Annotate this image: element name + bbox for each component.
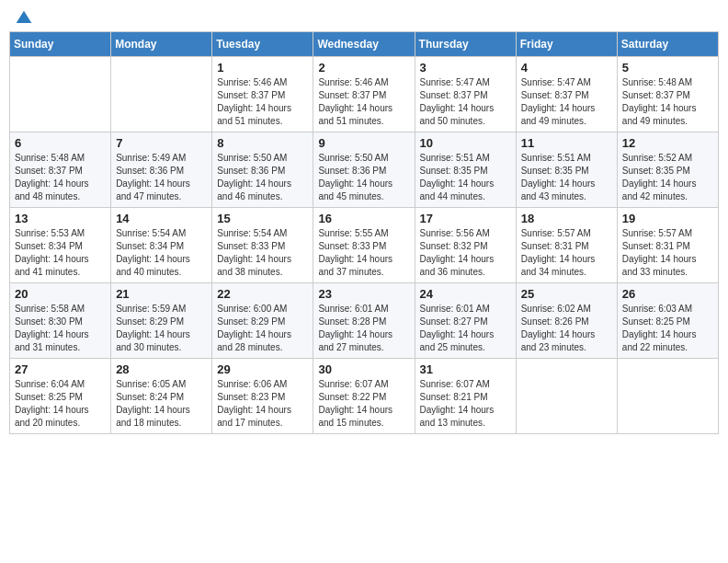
calendar-cell xyxy=(617,359,718,434)
day-number: 17 xyxy=(420,212,511,225)
calendar-cell: 5Sunrise: 5:48 AMSunset: 8:37 PMDaylight… xyxy=(617,57,718,132)
calendar-cell: 4Sunrise: 5:47 AMSunset: 8:37 PMDaylight… xyxy=(516,57,617,132)
day-info: Sunrise: 6:05 AMSunset: 8:24 PMDaylight:… xyxy=(116,378,207,430)
day-number: 24 xyxy=(420,287,511,301)
calendar-week-2: 6Sunrise: 5:48 AMSunset: 8:37 PMDaylight… xyxy=(10,132,719,208)
day-info: Sunrise: 5:55 AMSunset: 8:33 PMDaylight:… xyxy=(318,227,409,279)
calendar-cell: 6Sunrise: 5:48 AMSunset: 8:37 PMDaylight… xyxy=(10,132,111,208)
calendar-cell: 21Sunrise: 5:59 AMSunset: 8:29 PMDayligh… xyxy=(111,283,212,359)
svg-marker-0 xyxy=(17,11,32,23)
day-number: 4 xyxy=(521,61,612,75)
day-number: 29 xyxy=(217,362,308,376)
calendar-week-3: 13Sunrise: 5:53 AMSunset: 8:34 PMDayligh… xyxy=(10,208,719,283)
calendar-cell: 3Sunrise: 5:47 AMSunset: 8:37 PMDaylight… xyxy=(415,57,516,132)
day-info: Sunrise: 5:54 AMSunset: 8:33 PMDaylight:… xyxy=(217,227,308,279)
calendar-cell: 9Sunrise: 5:50 AMSunset: 8:36 PMDaylight… xyxy=(313,132,415,208)
day-info: Sunrise: 5:58 AMSunset: 8:30 PMDaylight:… xyxy=(15,303,106,354)
day-info: Sunrise: 5:50 AMSunset: 8:36 PMDaylight:… xyxy=(217,152,308,203)
day-info: Sunrise: 5:51 AMSunset: 8:35 PMDaylight:… xyxy=(521,152,612,203)
day-info: Sunrise: 5:59 AMSunset: 8:29 PMDaylight:… xyxy=(116,303,207,354)
calendar-cell: 13Sunrise: 5:53 AMSunset: 8:34 PMDayligh… xyxy=(10,208,111,283)
day-number: 15 xyxy=(217,212,308,225)
day-number: 31 xyxy=(420,362,511,376)
calendar-cell: 17Sunrise: 5:56 AMSunset: 8:32 PMDayligh… xyxy=(415,208,516,283)
calendar-table: SundayMondayTuesdayWednesdayThursdayFrid… xyxy=(9,31,719,434)
day-info: Sunrise: 5:48 AMSunset: 8:37 PMDaylight:… xyxy=(622,76,713,128)
calendar-cell: 26Sunrise: 6:03 AMSunset: 8:25 PMDayligh… xyxy=(617,283,718,359)
calendar-header-row: SundayMondayTuesdayWednesdayThursdayFrid… xyxy=(10,32,719,57)
calendar-header-sunday: Sunday xyxy=(10,32,111,57)
day-number: 20 xyxy=(15,287,106,301)
day-number: 3 xyxy=(420,61,511,75)
logo xyxy=(13,9,33,24)
day-number: 5 xyxy=(622,61,713,75)
day-info: Sunrise: 5:46 AMSunset: 8:37 PMDaylight:… xyxy=(318,76,409,128)
day-info: Sunrise: 5:52 AMSunset: 8:35 PMDaylight:… xyxy=(622,152,713,203)
calendar-cell: 18Sunrise: 5:57 AMSunset: 8:31 PMDayligh… xyxy=(516,208,617,283)
calendar-cell: 31Sunrise: 6:07 AMSunset: 8:21 PMDayligh… xyxy=(415,359,516,434)
calendar-header-wednesday: Wednesday xyxy=(313,32,415,57)
calendar-week-4: 20Sunrise: 5:58 AMSunset: 8:30 PMDayligh… xyxy=(10,283,719,359)
day-number: 2 xyxy=(318,61,409,75)
calendar-cell xyxy=(10,57,111,132)
calendar-cell: 7Sunrise: 5:49 AMSunset: 8:36 PMDaylight… xyxy=(111,132,212,208)
day-info: Sunrise: 5:47 AMSunset: 8:37 PMDaylight:… xyxy=(521,76,612,128)
calendar-cell: 12Sunrise: 5:52 AMSunset: 8:35 PMDayligh… xyxy=(617,132,718,208)
day-number: 19 xyxy=(622,212,713,225)
day-number: 27 xyxy=(15,362,106,376)
day-number: 12 xyxy=(622,136,713,150)
day-number: 11 xyxy=(521,136,612,150)
calendar-cell: 24Sunrise: 6:01 AMSunset: 8:27 PMDayligh… xyxy=(415,283,516,359)
day-info: Sunrise: 6:01 AMSunset: 8:27 PMDaylight:… xyxy=(420,303,511,354)
day-number: 10 xyxy=(420,136,511,150)
calendar-cell: 1Sunrise: 5:46 AMSunset: 8:37 PMDaylight… xyxy=(212,57,313,132)
calendar-cell: 8Sunrise: 5:50 AMSunset: 8:36 PMDaylight… xyxy=(212,132,313,208)
day-info: Sunrise: 6:02 AMSunset: 8:26 PMDaylight:… xyxy=(521,303,612,354)
day-number: 1 xyxy=(217,61,308,75)
day-info: Sunrise: 5:54 AMSunset: 8:34 PMDaylight:… xyxy=(116,227,207,279)
day-number: 22 xyxy=(217,287,308,301)
calendar-week-5: 27Sunrise: 6:04 AMSunset: 8:25 PMDayligh… xyxy=(10,359,719,434)
page-header xyxy=(9,9,719,24)
calendar-cell xyxy=(516,359,617,434)
day-number: 13 xyxy=(15,212,106,225)
day-number: 7 xyxy=(116,136,207,150)
day-info: Sunrise: 5:56 AMSunset: 8:32 PMDaylight:… xyxy=(420,227,511,279)
calendar-cell xyxy=(111,57,212,132)
day-number: 18 xyxy=(521,212,612,225)
day-info: Sunrise: 5:49 AMSunset: 8:36 PMDaylight:… xyxy=(116,152,207,203)
day-info: Sunrise: 5:50 AMSunset: 8:36 PMDaylight:… xyxy=(318,152,409,203)
day-number: 28 xyxy=(116,362,207,376)
calendar-header-thursday: Thursday xyxy=(415,32,516,57)
day-info: Sunrise: 5:46 AMSunset: 8:37 PMDaylight:… xyxy=(217,76,308,128)
calendar-cell: 19Sunrise: 5:57 AMSunset: 8:31 PMDayligh… xyxy=(617,208,718,283)
day-info: Sunrise: 6:07 AMSunset: 8:21 PMDaylight:… xyxy=(420,378,511,430)
day-info: Sunrise: 6:01 AMSunset: 8:28 PMDaylight:… xyxy=(318,303,409,354)
calendar-cell: 15Sunrise: 5:54 AMSunset: 8:33 PMDayligh… xyxy=(212,208,313,283)
calendar-cell: 23Sunrise: 6:01 AMSunset: 8:28 PMDayligh… xyxy=(313,283,415,359)
calendar-header-saturday: Saturday xyxy=(617,32,718,57)
calendar-header-friday: Friday xyxy=(516,32,617,57)
calendar-cell: 30Sunrise: 6:07 AMSunset: 8:22 PMDayligh… xyxy=(313,359,415,434)
logo-icon xyxy=(15,9,33,28)
day-number: 23 xyxy=(318,287,409,301)
day-info: Sunrise: 5:57 AMSunset: 8:31 PMDaylight:… xyxy=(622,227,713,279)
day-info: Sunrise: 6:00 AMSunset: 8:29 PMDaylight:… xyxy=(217,303,308,354)
calendar-week-1: 1Sunrise: 5:46 AMSunset: 8:37 PMDaylight… xyxy=(10,57,719,132)
calendar-cell: 29Sunrise: 6:06 AMSunset: 8:23 PMDayligh… xyxy=(212,359,313,434)
day-info: Sunrise: 6:06 AMSunset: 8:23 PMDaylight:… xyxy=(217,378,308,430)
day-info: Sunrise: 6:03 AMSunset: 8:25 PMDaylight:… xyxy=(622,303,713,354)
day-info: Sunrise: 5:48 AMSunset: 8:37 PMDaylight:… xyxy=(15,152,106,203)
day-number: 30 xyxy=(318,362,409,376)
calendar-cell: 10Sunrise: 5:51 AMSunset: 8:35 PMDayligh… xyxy=(415,132,516,208)
day-info: Sunrise: 6:07 AMSunset: 8:22 PMDaylight:… xyxy=(318,378,409,430)
day-info: Sunrise: 5:57 AMSunset: 8:31 PMDaylight:… xyxy=(521,227,612,279)
calendar-cell: 28Sunrise: 6:05 AMSunset: 8:24 PMDayligh… xyxy=(111,359,212,434)
calendar-cell: 27Sunrise: 6:04 AMSunset: 8:25 PMDayligh… xyxy=(10,359,111,434)
day-number: 6 xyxy=(15,136,106,150)
day-info: Sunrise: 5:47 AMSunset: 8:37 PMDaylight:… xyxy=(420,76,511,128)
calendar-cell: 22Sunrise: 6:00 AMSunset: 8:29 PMDayligh… xyxy=(212,283,313,359)
day-number: 21 xyxy=(116,287,207,301)
calendar-cell: 14Sunrise: 5:54 AMSunset: 8:34 PMDayligh… xyxy=(111,208,212,283)
calendar-cell: 2Sunrise: 5:46 AMSunset: 8:37 PMDaylight… xyxy=(313,57,415,132)
